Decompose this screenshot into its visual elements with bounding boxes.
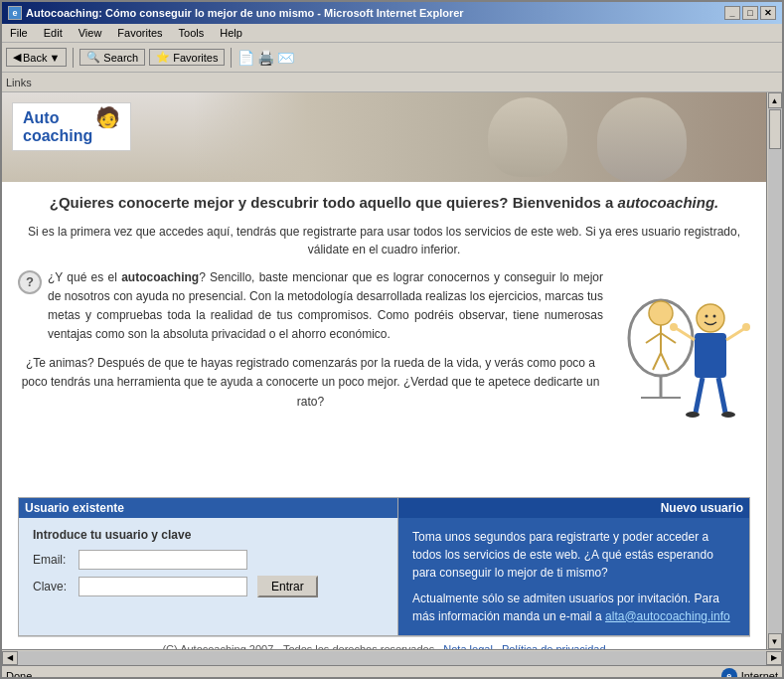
svg-rect-12	[695, 333, 726, 378]
logo-line2: coaching	[23, 127, 92, 145]
restore-button[interactable]: □	[742, 6, 758, 20]
back-label: Back	[23, 52, 47, 64]
scrollbar-thumb[interactable]	[769, 109, 781, 149]
login-submit-button[interactable]: Entrar	[257, 576, 318, 597]
back-arrow-icon: ▼	[49, 52, 60, 64]
horizontal-scrollbar[interactable]: ◀ ▶	[2, 649, 782, 665]
two-column: ? ¿Y qué es el autocoaching? Sencillo, b…	[18, 268, 750, 487]
toolbar-separator	[73, 48, 74, 68]
email-input[interactable]	[78, 550, 247, 570]
face-left	[488, 97, 567, 177]
svg-point-11	[713, 314, 716, 317]
invitation-text: Actualmente sólo se admiten usuarios por…	[412, 590, 735, 625]
toolbar: ◀ Back ▼ 🔍 Search ⭐ Favorites 📄 🖨️ ✉️	[2, 43, 782, 73]
menu-help[interactable]: Help	[216, 26, 246, 40]
browser-window: e Autocoaching: Cómo conseguir lo mejor …	[0, 0, 784, 679]
qa-block: ? ¿Y qué es el autocoaching? Sencillo, b…	[18, 268, 603, 345]
menu-edit[interactable]: Edit	[40, 26, 67, 40]
scroll-up-button[interactable]: ▲	[768, 92, 782, 108]
email-group: Email:	[33, 550, 384, 570]
search-button[interactable]: 🔍 Search	[79, 49, 145, 66]
site-logo: Auto coaching 🧑	[12, 102, 131, 151]
main-headline: ¿Quieres conocerte mejor y descubrir tod…	[18, 192, 750, 215]
svg-point-3	[649, 301, 673, 325]
svg-point-16	[742, 323, 750, 331]
footer-link2[interactable]: Política de privacidad	[502, 643, 606, 650]
title-bar: e Autocoaching: Cómo conseguir lo mejor …	[2, 2, 782, 24]
svg-point-10	[706, 314, 708, 317]
clave-group: Clave: Entrar	[33, 576, 384, 597]
back-button[interactable]: ◀ Back ▼	[6, 48, 67, 67]
login-right: Nuevo usuario Toma unos segundos para re…	[398, 498, 749, 635]
back-icon: ◀	[13, 51, 21, 64]
email-link[interactable]: alta@autocoaching.info	[605, 609, 730, 623]
qa-icon: ?	[18, 270, 42, 294]
footer-text: (C) Autocoaching 2007 - Todos los derech…	[162, 643, 443, 650]
login-form-label: Introduce tu usuario y clave	[33, 528, 384, 542]
svg-line-8	[661, 353, 669, 370]
scrollbar-h-track[interactable]	[18, 651, 766, 665]
login-header-left: Usuario existente	[19, 498, 397, 518]
svg-line-6	[661, 333, 676, 343]
logo-figure-icon: 🧑	[95, 105, 120, 129]
qa-intro: ¿Y qué es el	[48, 270, 121, 284]
menu-bar: File Edit View Favorites Tools Help	[2, 24, 782, 43]
window-icon: e	[8, 6, 22, 20]
headline-em: autocoaching.	[618, 194, 719, 211]
scroll-down-button[interactable]: ▼	[768, 633, 782, 649]
clave-label: Clave:	[33, 580, 75, 594]
ie-logo: e	[721, 668, 737, 680]
menu-file[interactable]: File	[6, 26, 32, 40]
favorites-label: Favorites	[173, 52, 218, 64]
text-column: ? ¿Y qué es el autocoaching? Sencillo, b…	[18, 268, 611, 487]
svg-point-20	[721, 412, 735, 418]
stick-figure-svg	[611, 268, 750, 487]
footer-link1[interactable]: Nota legal	[443, 643, 493, 650]
new-user-text: Toma unos segundos para registrarte y po…	[412, 528, 735, 582]
menu-tools[interactable]: Tools	[175, 26, 209, 40]
menu-view[interactable]: View	[75, 26, 106, 40]
svg-point-9	[697, 304, 724, 332]
svg-line-7	[653, 353, 661, 370]
header-faces	[193, 92, 766, 182]
face-right	[597, 97, 687, 182]
search-icon: 🔍	[86, 51, 100, 64]
intro-text: Si es la primera vez que accedes aquí, t…	[18, 223, 750, 258]
scroll-right-button[interactable]: ▶	[766, 651, 782, 665]
window-controls[interactable]: _ □ ✕	[724, 6, 776, 20]
stick-figure-column	[611, 268, 750, 487]
status-text: Done	[6, 670, 713, 680]
login-section: Usuario existente Introduce tu usuario y…	[18, 497, 750, 636]
vertical-scrollbar[interactable]: ▲ ▼	[766, 92, 782, 649]
qa-bold: autocoaching	[121, 270, 199, 284]
svg-point-15	[670, 323, 678, 331]
logo-line1: Auto	[23, 109, 92, 127]
new-user-content: Toma unos segundos para registrarte y po…	[398, 528, 749, 625]
svg-line-14	[726, 328, 745, 340]
scroll-left-button[interactable]: ◀	[2, 651, 18, 665]
scrollbar-track[interactable]	[768, 108, 782, 633]
minimize-button[interactable]: _	[724, 6, 740, 20]
search-label: Search	[103, 52, 138, 64]
clave-input[interactable]	[78, 577, 247, 596]
login-left: Usuario existente Introduce tu usuario y…	[19, 498, 398, 635]
status-right: e Internet	[721, 668, 778, 680]
login-header-right: Nuevo usuario	[398, 498, 749, 518]
site-header: Auto coaching 🧑	[2, 92, 766, 182]
toolbar-icons: 📄 🖨️ ✉️	[237, 50, 294, 66]
nav-icon-2: 🖨️	[257, 50, 274, 66]
close-button[interactable]: ✕	[760, 6, 776, 20]
nav-icon-3: ✉️	[277, 50, 294, 66]
svg-point-19	[686, 412, 700, 418]
status-bar: Done e Internet	[2, 665, 782, 679]
page-content: Auto coaching 🧑 ¿Quieres conocerte mejor…	[2, 92, 766, 649]
links-label: Links	[6, 77, 32, 88]
email-label: Email:	[33, 553, 75, 567]
menu-favorites[interactable]: Favorites	[113, 26, 166, 40]
svg-line-18	[718, 378, 725, 413]
footer-sep1: ·	[493, 643, 502, 650]
browser-content-area: Auto coaching 🧑 ¿Quieres conocerte mejor…	[2, 92, 782, 649]
links-bar: Links	[2, 73, 782, 92]
favorites-button[interactable]: ⭐ Favorites	[149, 49, 225, 66]
window-title: Autocoaching: Cómo conseguir lo mejor de…	[26, 7, 464, 19]
